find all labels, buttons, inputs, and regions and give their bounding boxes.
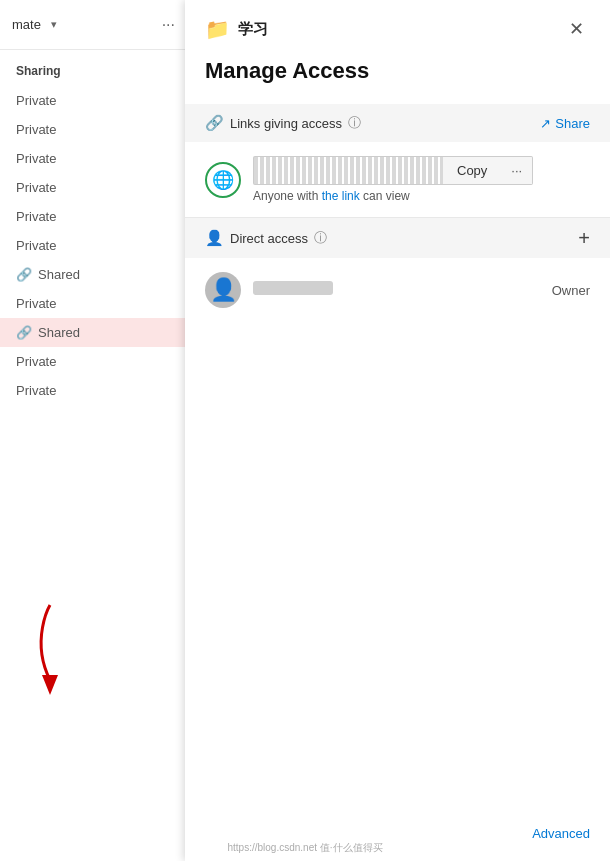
dialog-header: 📁 学习 ✕ [185, 0, 610, 42]
list-item[interactable]: Private [0, 86, 187, 115]
item-label: Private [16, 238, 56, 253]
item-label: Private [16, 354, 56, 369]
globe-icon: 🌐 [205, 162, 241, 198]
list-item-shared-highlighted[interactable]: 🔗 Shared [0, 318, 187, 347]
arrow-annotation [20, 600, 80, 704]
sharing-section-label: Sharing [0, 50, 187, 86]
links-section-row: 🔗 Links giving access ⓘ ↗ Share [185, 104, 610, 142]
close-button[interactable]: ✕ [563, 16, 590, 42]
item-label: Private [16, 180, 56, 195]
item-label: Private [16, 383, 56, 398]
left-panel: mate ▾ ··· Sharing Private Private Priva… [0, 0, 188, 861]
share-button[interactable]: ↗ Share [540, 116, 590, 131]
link-row: 🌐 Copy ··· Anyone with the link can view [185, 142, 610, 217]
shared-icon: 🔗 [16, 267, 32, 282]
list-item[interactable]: Private [0, 289, 187, 318]
left-header: mate ▾ ··· [0, 0, 187, 50]
watermark: https://blog.csdn.net 值·什么值得买 [0, 841, 610, 855]
left-header-title: mate [12, 17, 41, 32]
link-description: Anyone with the link can view [253, 189, 590, 203]
more-options-button[interactable]: ··· [501, 156, 533, 185]
item-label: Private [16, 93, 56, 108]
svg-marker-0 [42, 675, 58, 695]
list-item[interactable]: Private [0, 347, 187, 376]
add-direct-access-button[interactable]: + [578, 228, 590, 248]
direct-access-left: 👤 Direct access ⓘ [205, 229, 327, 247]
list-item-shared[interactable]: 🔗 Shared [0, 260, 187, 289]
direct-access-row: 👤 Direct access ⓘ + [185, 218, 610, 258]
link-icon: 🔗 [205, 114, 224, 132]
links-section-left: 🔗 Links giving access ⓘ [205, 114, 361, 132]
folder-icon: 📁 [205, 17, 230, 41]
links-info-icon[interactable]: ⓘ [348, 114, 361, 132]
direct-access-icon: 👤 [205, 229, 224, 247]
dialog-title: Manage Access [185, 42, 610, 104]
advanced-link[interactable]: Advanced [532, 826, 590, 841]
the-link-text: the link [322, 189, 360, 203]
list-item[interactable]: Private [0, 202, 187, 231]
list-item[interactable]: Private [0, 144, 187, 173]
shared-icon: 🔗 [16, 325, 32, 340]
direct-access-info-icon[interactable]: ⓘ [314, 229, 327, 247]
item-label: Shared [38, 267, 80, 282]
folder-name: 学习 [238, 20, 268, 39]
more-options-icon[interactable]: ··· [162, 16, 175, 34]
links-section-label: Links giving access [230, 116, 342, 131]
copy-button[interactable]: Copy [443, 156, 501, 185]
list-item[interactable]: Private [0, 173, 187, 202]
folder-row: 📁 学习 [205, 17, 268, 41]
item-label: Private [16, 151, 56, 166]
user-name-text [253, 281, 333, 295]
list-item[interactable]: Private [0, 231, 187, 260]
owner-label: Owner [552, 283, 590, 298]
list-item[interactable]: Private [0, 376, 187, 405]
user-name [253, 281, 540, 299]
item-label: Private [16, 209, 56, 224]
item-label: Private [16, 296, 56, 311]
avatar-icon: 👤 [210, 277, 237, 303]
item-label: Shared [38, 325, 80, 340]
avatar: 👤 [205, 272, 241, 308]
direct-access-label: Direct access [230, 231, 308, 246]
manage-access-dialog: 📁 学习 ✕ Manage Access 🔗 Links giving acce… [185, 0, 610, 861]
list-item[interactable]: Private [0, 115, 187, 144]
share-label: Share [555, 116, 590, 131]
item-label: Private [16, 122, 56, 137]
link-url-input[interactable] [253, 156, 443, 185]
link-details: Copy ··· Anyone with the link can view [253, 156, 590, 203]
chevron-down-icon: ▾ [51, 18, 57, 31]
user-row: 👤 Owner [185, 258, 610, 322]
share-icon: ↗ [540, 116, 551, 131]
link-input-row: Copy ··· [253, 156, 590, 185]
